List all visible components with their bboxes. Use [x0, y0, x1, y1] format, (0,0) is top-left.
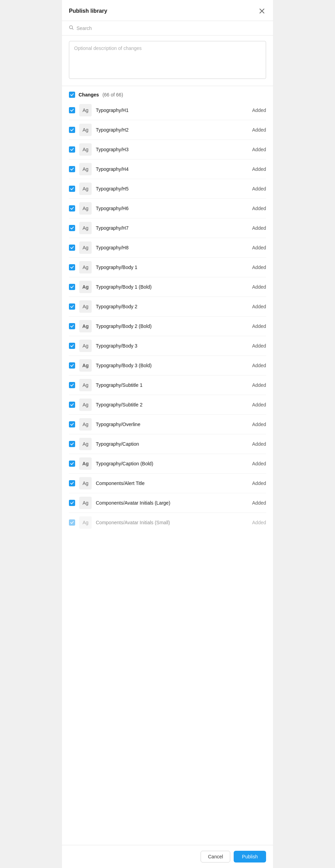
changes-list: Ag Typography/H1 Added Ag Typography/H2 …	[69, 101, 266, 532]
change-item: Ag Typography/Overline Added	[69, 415, 266, 434]
check-icon	[70, 304, 74, 309]
check-icon	[70, 383, 74, 387]
change-item: Ag Components/Alert Title Added	[69, 474, 266, 493]
change-item: Ag Typography/Body 2 (Bold) Added	[69, 317, 266, 336]
item-status: Added	[252, 166, 266, 172]
item-icon: Ag	[79, 418, 92, 431]
item-checkbox-14[interactable]	[69, 382, 75, 388]
change-item: Ag Typography/Subtitle 1 Added	[69, 375, 266, 395]
item-icon: Ag	[79, 261, 92, 273]
item-checkbox-21[interactable]	[69, 519, 75, 526]
item-name: Typography/Body 1 (Bold)	[96, 284, 248, 290]
check-icon	[70, 147, 74, 152]
item-name: Components/Alert Title	[96, 480, 248, 486]
item-checkbox-11[interactable]	[69, 323, 75, 329]
item-name: Typography/Body 2	[96, 304, 248, 309]
check-icon	[70, 501, 74, 505]
item-name: Typography/H7	[96, 225, 248, 231]
item-icon: Ag	[79, 438, 92, 450]
item-checkbox-9[interactable]	[69, 284, 75, 290]
item-icon: Ag	[79, 497, 92, 509]
item-icon: Ag	[79, 457, 92, 470]
item-checkbox-16[interactable]	[69, 421, 75, 427]
change-item: Ag Typography/Caption Added	[69, 434, 266, 454]
item-checkbox-20[interactable]	[69, 500, 75, 506]
close-icon	[259, 8, 265, 14]
item-icon: Ag	[79, 163, 92, 175]
item-name: Typography/Subtitle 1	[96, 382, 248, 388]
item-status: Added	[252, 225, 266, 231]
item-checkbox-8[interactable]	[69, 264, 75, 270]
item-icon: Ag	[79, 477, 92, 489]
item-icon: Ag	[79, 320, 92, 332]
item-icon: Ag	[79, 281, 92, 293]
item-checkbox-3[interactable]	[69, 166, 75, 172]
search-section	[62, 21, 273, 35]
item-status: Added	[252, 186, 266, 192]
check-icon	[70, 481, 74, 485]
item-name: Typography/Body 3 (Bold)	[96, 363, 248, 368]
check-icon	[70, 324, 74, 328]
changes-select-all-checkbox[interactable]	[69, 92, 75, 98]
publish-button[interactable]: Publish	[234, 851, 266, 862]
item-name: Typography/H4	[96, 166, 248, 172]
change-item: Ag Components/Avatar Initials (Large) Ad…	[69, 493, 266, 513]
change-item: Ag Typography/H5 Added	[69, 179, 266, 199]
item-checkbox-1[interactable]	[69, 127, 75, 133]
item-checkbox-18[interactable]	[69, 461, 75, 467]
item-name: Typography/Subtitle 2	[96, 402, 248, 407]
item-name: Typography/H8	[96, 245, 248, 250]
change-item: Ag Components/Avatar Initials (Small) Ad…	[69, 513, 266, 532]
changes-count: (66 of 66)	[102, 92, 123, 97]
changes-header: Changes (66 of 66)	[69, 86, 266, 101]
item-name: Typography/H2	[96, 127, 248, 133]
item-status: Added	[252, 402, 266, 407]
item-checkbox-2[interactable]	[69, 146, 75, 153]
item-checkbox-4[interactable]	[69, 186, 75, 192]
change-item: Ag Typography/Subtitle 2 Added	[69, 395, 266, 415]
item-checkbox-6[interactable]	[69, 225, 75, 231]
item-icon: Ag	[79, 300, 92, 313]
item-icon: Ag	[79, 104, 92, 116]
item-status: Added	[252, 107, 266, 113]
check-icon	[70, 520, 74, 525]
item-name: Typography/Body 2 (Bold)	[96, 323, 248, 329]
check-icon	[70, 187, 74, 191]
change-item: Ag Typography/Caption (Bold) Added	[69, 454, 266, 474]
description-textarea[interactable]	[69, 41, 266, 79]
item-checkbox-5[interactable]	[69, 205, 75, 211]
search-icon	[69, 25, 74, 31]
item-status: Added	[252, 382, 266, 388]
check-icon	[70, 344, 74, 348]
modal-footer: Cancel Publish	[62, 845, 273, 868]
close-button[interactable]	[258, 7, 266, 15]
item-icon: Ag	[79, 516, 92, 529]
change-item: Ag Typography/Body 3 Added	[69, 336, 266, 356]
item-icon: Ag	[79, 241, 92, 254]
search-wrapper	[69, 25, 266, 31]
item-checkbox-13[interactable]	[69, 362, 75, 369]
item-status: Added	[252, 206, 266, 211]
item-checkbox-15[interactable]	[69, 402, 75, 408]
item-checkbox-0[interactable]	[69, 107, 75, 113]
item-icon: Ag	[79, 399, 92, 411]
check-icon	[70, 128, 74, 132]
change-item: Ag Typography/Body 1 Added	[69, 258, 266, 277]
item-checkbox-19[interactable]	[69, 480, 75, 486]
change-item: Ag Typography/H2 Added	[69, 120, 266, 140]
item-name: Typography/H1	[96, 107, 248, 113]
check-icon	[70, 108, 74, 112]
item-checkbox-10[interactable]	[69, 303, 75, 310]
item-checkbox-7[interactable]	[69, 245, 75, 251]
cancel-button[interactable]: Cancel	[201, 851, 230, 862]
check-icon	[70, 226, 74, 230]
item-status: Added	[252, 147, 266, 152]
item-checkbox-12[interactable]	[69, 343, 75, 349]
item-name: Typography/Caption	[96, 441, 248, 447]
check-icon	[70, 422, 74, 426]
item-checkbox-17[interactable]	[69, 441, 75, 447]
item-status: Added	[252, 520, 266, 525]
item-status: Added	[252, 127, 266, 133]
item-name: Typography/Body 1	[96, 265, 248, 270]
search-input[interactable]	[77, 25, 266, 31]
